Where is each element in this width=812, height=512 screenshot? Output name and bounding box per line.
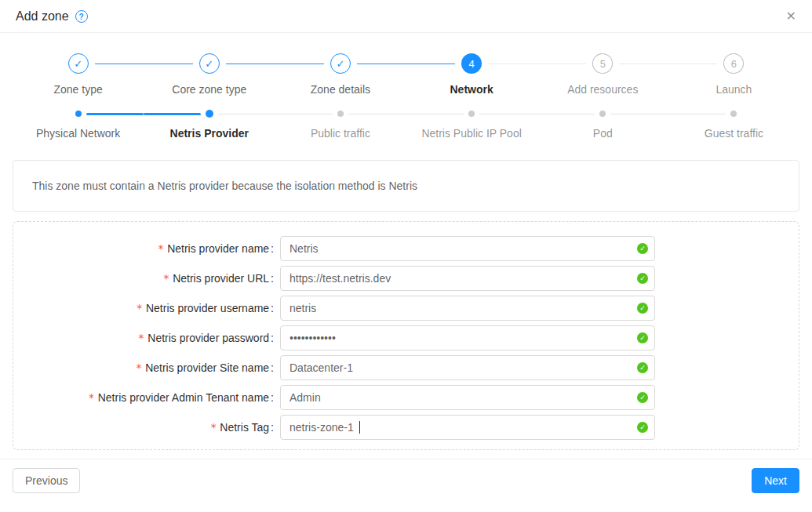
substep-physical-network: Physical Network: [13, 110, 144, 140]
step-launch: 6 Launch: [668, 53, 799, 96]
step-connector: [750, 64, 799, 64]
substep-connector: [144, 113, 201, 115]
step-connector: [488, 64, 537, 64]
netris-provider-password-input[interactable]: [280, 325, 655, 350]
field-label: *Netris provider Admin Tenant name: [13, 391, 280, 404]
check-circle-icon: ✓: [68, 53, 89, 74]
step-label: Core zone type: [172, 83, 246, 96]
form-row-provider-url: *Netris provider URL ✓: [13, 266, 799, 291]
step-zone-details: ✓ Zone details: [275, 53, 406, 96]
netris-provider-site-name-input[interactable]: [280, 355, 655, 380]
isolation-notice-text: This zone must contain a Netris provider…: [32, 180, 417, 192]
step-connector: [406, 64, 456, 64]
step-label: Zone details: [311, 83, 370, 96]
text-cursor: [359, 421, 360, 434]
step-connector: [144, 64, 193, 64]
success-check-icon: ✓: [637, 362, 648, 373]
step-connector: [95, 64, 144, 64]
substep-public-traffic: Public traffic: [275, 110, 406, 140]
field-label: *Netris provider URL: [13, 272, 280, 285]
substep-label: Pod: [593, 127, 613, 140]
step-add-resources: 5 Add resources: [537, 53, 668, 96]
substep-dot-icon: [599, 111, 606, 117]
substep-label: Public traffic: [311, 127, 370, 140]
step-connector: [226, 64, 275, 64]
substep-dot-icon: [206, 110, 213, 118]
step-label: Add resources: [567, 83, 638, 96]
step-number-icon: 6: [723, 53, 744, 74]
substep-pod: Pod: [537, 110, 668, 140]
substep-label: Netris Public IP Pool: [421, 127, 521, 140]
form-row-admin-tenant-name: *Netris provider Admin Tenant name ✓: [13, 385, 799, 410]
network-substepper: Physical Network Netris Provider Public …: [13, 110, 799, 140]
required-asterisk: *: [136, 361, 142, 374]
step-connector: [668, 64, 718, 64]
substep-dot-icon: [337, 111, 344, 117]
step-connector: [357, 64, 406, 64]
step-label: Network: [450, 83, 493, 96]
form-row-netris-tag: *Netris Tag ✓: [13, 415, 799, 440]
required-asterisk: *: [137, 302, 143, 314]
step-label: Launch: [716, 83, 752, 96]
substep-dot-icon: [730, 111, 737, 117]
required-asterisk: *: [210, 421, 217, 434]
step-number-icon: 5: [592, 53, 613, 74]
step-number-icon: 4: [461, 53, 482, 74]
required-asterisk: *: [88, 391, 94, 404]
field-label: *Netris provider Site name: [13, 361, 280, 374]
wizard-stepper: ✓ Zone type ✓ Core zone type ✓ Zone deta…: [13, 53, 799, 96]
close-icon[interactable]: ✕: [786, 10, 796, 23]
substep-connector: [275, 114, 333, 114]
netris-provider-url-input[interactable]: [280, 266, 655, 291]
page-title: Add zone: [16, 9, 69, 24]
check-circle-icon: ✓: [199, 53, 220, 74]
substep-connector: [537, 114, 595, 114]
substep-connector: [86, 113, 144, 115]
substep-connector: [668, 114, 726, 114]
netris-admin-tenant-name-input[interactable]: [280, 385, 655, 410]
dialog-footer: Previous Next: [0, 459, 812, 512]
isolation-notice: This zone must contain a Netris provider…: [13, 160, 799, 212]
field-label: *Netris provider name: [13, 242, 280, 255]
step-zone-type: ✓ Zone type: [13, 53, 144, 96]
substep-connector: [13, 114, 71, 114]
success-check-icon: ✓: [637, 422, 648, 433]
substep-guest-traffic: Guest traffic: [668, 110, 799, 140]
substep-netris-public-ip-pool: Netris Public IP Pool: [406, 110, 537, 140]
check-circle-icon: ✓: [330, 53, 351, 74]
form-row-provider-username: *Netris provider username ✓: [13, 296, 799, 321]
substep-connector: [218, 114, 275, 114]
substep-connector: [610, 114, 668, 114]
netris-tag-input[interactable]: [280, 415, 655, 440]
next-button[interactable]: Next: [752, 468, 799, 493]
required-asterisk: *: [158, 242, 164, 255]
field-label: *Netris provider password: [13, 332, 280, 344]
form-row-provider-site-name: *Netris provider Site name ✓: [13, 355, 799, 380]
success-check-icon: ✓: [637, 332, 648, 343]
required-asterisk: *: [163, 272, 169, 285]
success-check-icon: ✓: [637, 392, 648, 403]
step-connector: [537, 64, 587, 64]
substep-connector: [741, 114, 799, 114]
substep-connector: [406, 114, 464, 114]
success-check-icon: ✓: [637, 303, 648, 314]
step-connector: [275, 64, 324, 64]
success-check-icon: ✓: [637, 273, 648, 284]
step-network: 4 Network: [406, 53, 537, 96]
previous-button[interactable]: Previous: [13, 468, 80, 493]
form-row-provider-password: *Netris provider password ✓: [13, 325, 799, 350]
netris-provider-name-input[interactable]: [280, 236, 655, 261]
substep-dot-icon: [75, 111, 82, 117]
substep-netris-provider: Netris Provider: [144, 110, 275, 140]
help-icon[interactable]: ?: [75, 10, 88, 23]
form-row-provider-name: *Netris provider name ✓: [13, 236, 799, 261]
substep-label: Physical Network: [36, 127, 120, 140]
step-label: Zone type: [53, 83, 102, 96]
substep-label: Netris Provider: [170, 127, 249, 140]
netris-provider-username-input[interactable]: [280, 296, 655, 321]
required-asterisk: *: [138, 332, 144, 344]
step-connector: [13, 64, 62, 64]
add-zone-dialog: Add zone ? ✕ ✓ Zone type ✓ Core zone typ…: [0, 0, 812, 512]
field-label: *Netris Tag: [13, 421, 280, 434]
success-check-icon: ✓: [637, 243, 648, 254]
